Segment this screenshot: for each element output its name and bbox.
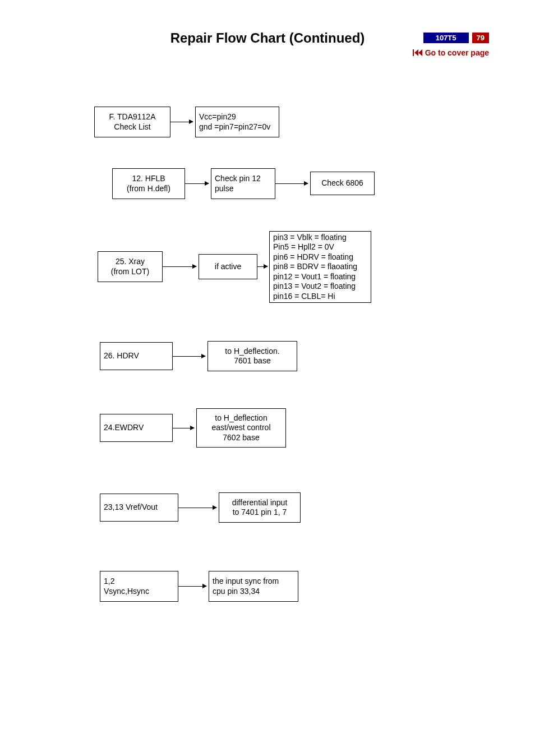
arrow <box>173 428 194 428</box>
box-vsync-hsync: 1,2 Vsync,Hsync <box>100 571 178 602</box>
box-check-6806: Check 6806 <box>310 172 375 195</box>
rewind-icon <box>413 49 423 56</box>
box-ewdrv: 24.EWDRV <box>100 414 173 442</box>
box-hflb: 12. HFLB (from H.defl) <box>112 168 185 199</box>
box-check-pin12: Check pin 12 pulse <box>211 168 275 199</box>
arrow <box>178 508 216 508</box>
arrow <box>257 266 268 267</box>
page-number-badge: 79 <box>472 33 489 43</box>
svg-marker-2 <box>418 49 422 56</box>
arrow <box>170 122 193 122</box>
svg-marker-1 <box>414 49 418 56</box>
arrow <box>178 586 206 587</box>
box-vref-vout: 23,13 Vref/Vout <box>100 494 178 522</box>
arrow <box>173 356 205 357</box>
box-hdefl-7601: to H_deflection. 7601 base <box>207 341 297 371</box>
arrow <box>275 183 308 184</box>
box-eastwest: to H_deflection east/west control 7602 b… <box>196 408 286 448</box>
model-badge: 107T5 <box>423 33 469 43</box>
box-vcc: Vcc=pin29 gnd =pin7=pin27=0v <box>195 107 279 137</box>
arrow <box>163 266 196 267</box>
flow-chart-diagram: F. TDA9112A Check List Vcc=pin29 gnd =pi… <box>0 107 535 667</box>
box-diff-input: differential input to 7401 pin 1, 7 <box>219 492 301 523</box>
box-input-sync: the input sync from cpu pin 33,34 <box>209 571 298 602</box>
svg-rect-0 <box>413 49 414 56</box>
cover-link-label: Go to cover page <box>425 48 489 57</box>
box-xray: 25. Xray (from LOT) <box>98 251 163 282</box>
box-if-active: if active <box>199 254 257 279</box>
box-tda9112a: F. TDA9112A Check List <box>94 107 170 137</box>
box-pin-states: pin3 = Vblk = floating Pin5 = Hpll2 = 0V… <box>269 231 371 303</box>
box-hdrv: 26. HDRV <box>100 342 173 370</box>
arrow <box>185 183 209 184</box>
go-to-cover-page-link[interactable]: Go to cover page <box>413 48 489 57</box>
